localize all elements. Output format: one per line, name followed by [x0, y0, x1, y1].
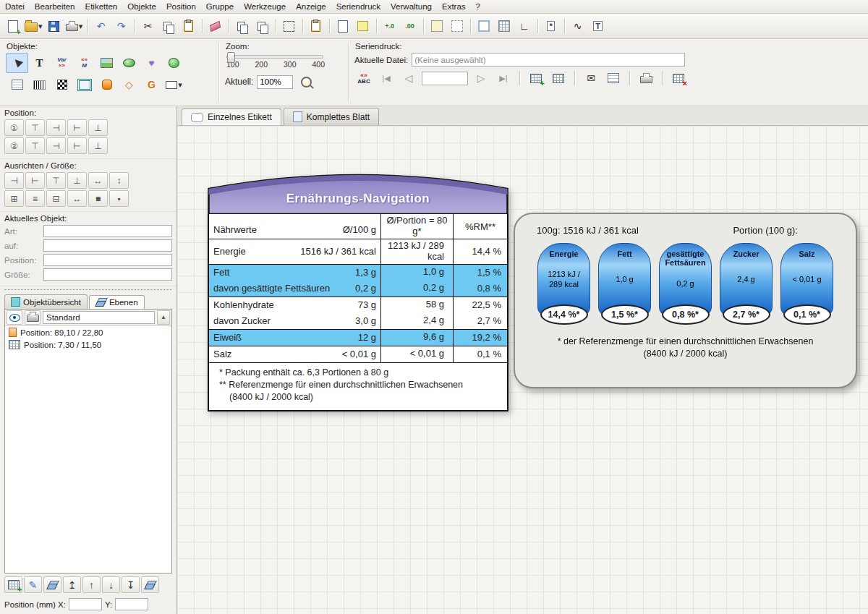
- variable-m-tool-button[interactable]: «»M: [73, 53, 95, 73]
- merge-print-button[interactable]: [637, 69, 655, 88]
- same-height-button[interactable]: ≡: [25, 190, 45, 207]
- size-to-grid-button[interactable]: ■: [88, 190, 108, 207]
- form-tool-button[interactable]: [6, 74, 28, 95]
- zoom-slider-thumb[interactable]: [227, 52, 235, 63]
- object-position-input[interactable]: [43, 254, 172, 266]
- tab-einzelnes-etikett[interactable]: Einzelnes Etikett: [182, 108, 281, 125]
- nutrition-label-object[interactable]: Ernährungs-Navigation Nährwerte Ø/100 g …: [208, 172, 509, 412]
- first-record-button[interactable]: |◀: [377, 69, 396, 88]
- position-align-button[interactable]: ⊢: [67, 137, 87, 154]
- duplicate-button[interactable]: [233, 17, 252, 35]
- layer-select-combo[interactable]: Standard: [43, 311, 155, 324]
- close-datasource-button[interactable]: [669, 69, 688, 88]
- print-button[interactable]: ▾: [65, 17, 84, 35]
- variable-text-tool-button[interactable]: Var«»: [51, 53, 73, 73]
- position-align-button[interactable]: ⊥: [88, 137, 108, 154]
- align-top-button[interactable]: ⊤: [46, 172, 66, 189]
- tab-ebenen[interactable]: Ebenen: [89, 295, 145, 309]
- layer-print-button[interactable]: [25, 310, 41, 325]
- layer-object-item[interactable]: Position: 7,30 / 11,50: [5, 338, 171, 351]
- next-record-button[interactable]: ▷: [472, 69, 490, 88]
- menu-extras[interactable]: Extras: [437, 1, 471, 13]
- rounded-rect-tool-button[interactable]: [95, 74, 118, 95]
- menu-gruppe[interactable]: Gruppe: [201, 1, 239, 13]
- bring-to-front-button[interactable]: ↥: [63, 576, 81, 593]
- polyline-button[interactable]: ∿: [569, 17, 587, 35]
- add-datasource-button[interactable]: [527, 69, 545, 88]
- diamond-tool-button[interactable]: ◇: [118, 74, 140, 95]
- position-align-button[interactable]: ⊤: [25, 137, 45, 154]
- position-align-button[interactable]: ⊢: [67, 119, 87, 136]
- new-document-button[interactable]: [4, 17, 22, 35]
- variable-insert-button[interactable]: *: [542, 17, 561, 35]
- position-y-input[interactable]: [115, 598, 148, 610]
- image-tool-button[interactable]: [95, 53, 118, 73]
- matrixcode-tool-button[interactable]: [51, 74, 73, 95]
- menu-seriendruck[interactable]: Seriendruck: [331, 1, 386, 13]
- decimal-add-button[interactable]: +.0: [380, 17, 399, 35]
- position-align-button[interactable]: ⊤: [25, 119, 45, 136]
- current-file-input[interactable]: [412, 53, 685, 67]
- menu-verwaltung[interactable]: Verwaltung: [386, 1, 437, 13]
- align-right-button[interactable]: ⊢: [25, 172, 45, 189]
- ruler-button[interactable]: ∟: [515, 17, 534, 35]
- zoom-fit-button[interactable]: [297, 72, 315, 91]
- merge-letter-button[interactable]: ✉: [582, 69, 600, 88]
- datasource-table-button[interactable]: [549, 69, 568, 88]
- menu-anzeige[interactable]: Anzeige: [291, 1, 331, 13]
- heart-tool-button[interactable]: ♥: [140, 53, 163, 73]
- select-tool-button[interactable]: ▶: [6, 53, 28, 73]
- menu-datei[interactable]: Datei: [0, 1, 30, 13]
- tab-objektubersicht[interactable]: Objektübersicht: [4, 294, 88, 309]
- selection-frame-button[interactable]: [280, 17, 299, 35]
- erase-button[interactable]: [206, 17, 225, 35]
- frame-tool-button[interactable]: [73, 74, 95, 95]
- ellipse-tool-button[interactable]: [118, 53, 140, 73]
- art-input[interactable]: [43, 225, 172, 237]
- edit-layer-button[interactable]: ✎: [24, 576, 42, 593]
- gda-label-object[interactable]: 100g: 1516 kJ / 361 kcal Portion (100 g)…: [514, 213, 857, 388]
- notes-button[interactable]: [354, 17, 373, 35]
- paste-special-button[interactable]: [307, 17, 326, 35]
- move-down-button[interactable]: ↓: [102, 576, 120, 593]
- redo-button[interactable]: ↷: [112, 17, 131, 35]
- align-left-button[interactable]: ⊣: [4, 172, 24, 189]
- size-to-object-button[interactable]: ▪: [109, 190, 129, 207]
- text-tool-button[interactable]: T: [28, 53, 51, 73]
- grid-toggle-button[interactable]: [495, 17, 514, 35]
- position-align-button[interactable]: ⊣: [46, 119, 66, 136]
- object-size-input[interactable]: [43, 268, 172, 281]
- rectangle-tool-button[interactable]: ▾: [163, 74, 185, 95]
- previous-record-button[interactable]: ◁: [399, 69, 418, 88]
- cut-button[interactable]: ✂: [139, 17, 158, 35]
- transparent-fill-button[interactable]: [448, 17, 467, 35]
- layers-scroll-up-button[interactable]: ▲: [157, 310, 170, 325]
- same-size-button[interactable]: ⊞: [4, 190, 24, 207]
- monogram-tool-button[interactable]: G: [140, 74, 163, 95]
- text-frame-button[interactable]: T: [589, 17, 608, 35]
- barcode-tool-button[interactable]: [28, 74, 51, 95]
- same-width-button[interactable]: ⊟: [46, 190, 66, 207]
- layer-properties-button[interactable]: [43, 576, 61, 593]
- edit-document-button[interactable]: [333, 17, 352, 35]
- distribute-h-button[interactable]: ↔: [67, 190, 87, 207]
- tab-komplettes-blatt[interactable]: Komplettes Blatt: [284, 108, 379, 125]
- align-bottom-button[interactable]: ⊥: [67, 172, 87, 189]
- copy-button[interactable]: [159, 17, 178, 35]
- menu-objekte[interactable]: Objekte: [122, 1, 161, 13]
- zoom-value-input[interactable]: [257, 75, 293, 89]
- last-record-button[interactable]: ▶|: [494, 69, 513, 88]
- auf-input[interactable]: [43, 239, 172, 252]
- menu-etiketten[interactable]: Etiketten: [80, 1, 122, 13]
- undo-button[interactable]: ↶: [92, 17, 111, 35]
- label-background-button[interactable]: [427, 17, 446, 35]
- menu-werkzeuge[interactable]: Werkzeuge: [239, 1, 291, 13]
- position-mode2-button[interactable]: ②: [4, 137, 24, 154]
- freeform-tool-button[interactable]: [163, 53, 185, 73]
- design-canvas[interactable]: Ernährungs-Navigation Nährwerte Ø/100 g …: [177, 126, 868, 614]
- position-align-button[interactable]: ⊣: [46, 137, 66, 154]
- menu-position[interactable]: Position: [161, 1, 201, 13]
- align-center-h-button[interactable]: ↔: [88, 172, 108, 189]
- mailmerge-fields-button[interactable]: «»ABC: [354, 69, 373, 88]
- zoom-slider[interactable]: [226, 55, 323, 59]
